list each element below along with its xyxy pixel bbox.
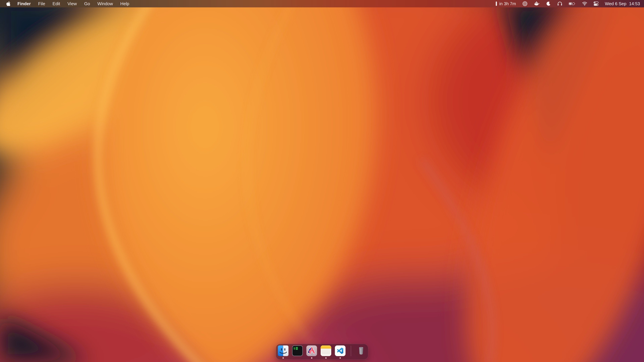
timer-bar-icon [496,1,497,6]
notes-icon [321,346,332,356]
moon-icon [546,1,551,6]
apple-icon [6,1,10,6]
wifi-icon [582,2,587,6]
1password-icon [522,1,528,6]
menu-item-edit[interactable]: Edit [52,1,60,6]
status-battery[interactable] [569,2,576,5]
headphones-icon [557,1,562,6]
menu-item-window[interactable]: Window [98,1,113,6]
menu-item-go[interactable]: Go [84,1,90,6]
dock-item-notes[interactable] [321,346,332,359]
menu-item-view[interactable]: View [68,1,77,6]
menu-bar-left: Finder File Edit View Go Window Help [0,1,137,6]
dock-item-finder[interactable] [278,346,289,359]
clock-time: 14:53 [629,1,640,6]
running-indicator [311,357,312,359]
battery-charging-icon [569,2,576,5]
menu-bar-clock[interactable]: Wed 6 Sep 14:53 [605,1,640,6]
menu-bar: Finder File Edit View Go Window Help in … [0,0,644,7]
running-indicator [282,357,284,359]
wallpaper-ventura [0,0,644,362]
menu-item-file[interactable]: File [38,1,45,6]
vscode-icon [335,346,346,356]
trash-icon [356,346,366,356]
status-timer[interactable]: in 3h 7m [496,1,516,6]
dock-item-vscode[interactable] [335,346,346,359]
timer-text: in 3h 7m [499,1,516,6]
finder-icon [278,346,289,356]
menu-item-help[interactable]: Help [120,1,129,6]
status-1password[interactable] [522,1,528,6]
dock-item-trash[interactable] [356,346,366,356]
dock: $ [276,344,368,360]
docker-whale-icon [534,1,540,6]
status-focus[interactable] [546,1,551,6]
control-center-icon [594,1,598,6]
menu-bar-status-area: in 3h 7m [496,1,644,6]
status-headphones[interactable] [557,1,562,6]
apple-menu-icon[interactable] [6,1,10,6]
terminal-prompt: $ [294,347,295,350]
status-wifi[interactable] [582,2,587,6]
clock-date: Wed 6 Sep [605,1,626,6]
terminal-icon: $ [292,346,303,356]
status-control-center[interactable] [594,1,598,6]
dock-item-terminal[interactable]: $ [292,346,303,359]
running-indicator [325,357,327,359]
desktop: Finder File Edit View Go Window Help in … [0,0,644,362]
running-indicator [340,357,341,359]
status-docker[interactable] [534,1,540,6]
arc-browser-icon [306,346,317,356]
menu-item-finder[interactable]: Finder [18,1,31,6]
dock-item-arc[interactable] [306,346,317,359]
dock-separator [351,346,351,356]
